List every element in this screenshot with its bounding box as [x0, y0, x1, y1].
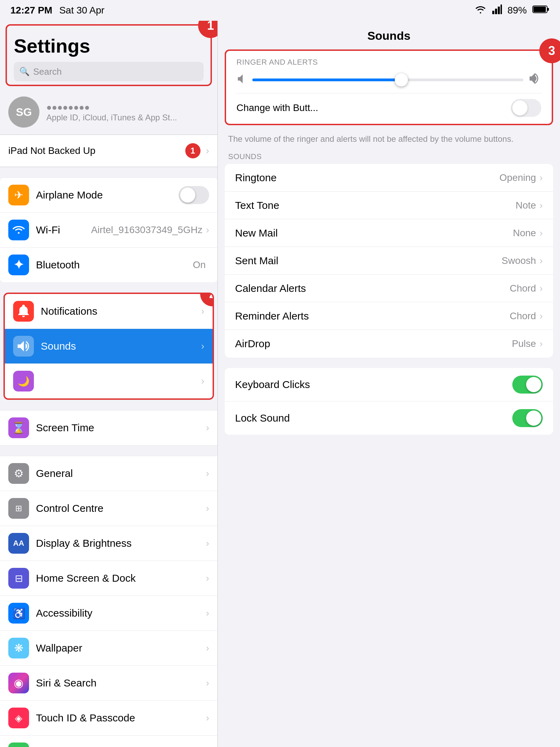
volume-slider-row	[236, 72, 541, 87]
calendar-alerts-label: Calendar Alerts	[235, 283, 510, 294]
battery-settings-icon: ▬	[8, 743, 29, 747]
sent-mail-label: Sent Mail	[235, 255, 502, 267]
backup-row[interactable]: iPad Not Backed Up 1 ›	[0, 135, 217, 167]
profile-section[interactable]: SG ●●●●●●●● Apple ID, iCloud, iTunes & A…	[0, 90, 217, 135]
touch-id-row[interactable]: ◈ Touch ID & Passcode ›	[0, 701, 217, 736]
sent-mail-row[interactable]: Sent Mail Swoosh ›	[225, 247, 553, 275]
touch-id-label: Touch ID & Passcode	[36, 712, 206, 724]
volume-low-icon	[236, 74, 247, 86]
svg-rect-5	[547, 8, 549, 11]
status-time: 12:27 PM	[10, 5, 52, 16]
search-icon: 🔍	[19, 67, 30, 76]
notifications-icon	[13, 301, 34, 322]
display-brightness-label: Display & Brightness	[36, 537, 206, 549]
touch-id-icon: ◈	[8, 708, 29, 728]
sounds-items-group: Ringtone Opening › Text Tone Note › New …	[225, 164, 553, 358]
profile-sub: Apple ID, iCloud, iTunes & App St...	[46, 113, 177, 122]
wifi-row[interactable]: Wi-Fi Airtel_9163037349_5GHz ›	[0, 213, 217, 248]
bluetooth-row[interactable]: ✦ Bluetooth On	[0, 248, 217, 282]
annotation-box-3: 3 RINGER AND ALERTS	[225, 49, 553, 125]
reminder-alerts-row[interactable]: Reminder Alerts Chord ›	[225, 302, 553, 330]
annotation-box-2: 2 Notifications ›	[3, 293, 214, 400]
new-mail-chevron: ›	[540, 228, 543, 239]
keyboard-clicks-toggle[interactable]	[512, 376, 543, 394]
lock-sound-toggle[interactable]	[512, 409, 543, 427]
ringer-section-label: RINGER AND ALERTS	[236, 58, 541, 67]
control-centre-label: Control Centre	[36, 502, 206, 514]
airplane-toggle[interactable]	[179, 186, 209, 204]
status-icons: 89%	[474, 4, 550, 17]
notifications-sounds-group-wrapper: 2 Notifications ›	[0, 293, 217, 400]
wallpaper-row[interactable]: ❋ Wallpaper ›	[0, 631, 217, 666]
accessibility-row[interactable]: ♿ Accessibility ›	[0, 596, 217, 631]
svg-rect-0	[492, 11, 494, 14]
notifications-row[interactable]: Notifications ›	[5, 294, 213, 329]
backup-badge: 1	[185, 143, 200, 158]
reminder-alerts-chevron: ›	[540, 311, 543, 322]
text-tone-label: Text Tone	[235, 200, 516, 211]
lock-sound-label: Lock Sound	[235, 412, 512, 424]
volume-slider[interactable]	[252, 79, 523, 81]
sent-mail-value: Swoosh	[502, 255, 536, 266]
screen-time-chevron: ›	[206, 422, 209, 433]
do-not-disturb-chevron: ›	[201, 376, 204, 387]
keyboard-clicks-label: Keyboard Clicks	[235, 379, 512, 390]
search-placeholder: Search	[33, 66, 62, 77]
ringtone-row[interactable]: Ringtone Opening ›	[225, 164, 553, 192]
display-brightness-chevron: ›	[206, 538, 209, 549]
sounds-row[interactable]: Sounds ›	[5, 329, 213, 364]
general-row[interactable]: ⚙ General ›	[0, 456, 217, 491]
change-with-buttons-toggle[interactable]	[511, 99, 541, 117]
control-centre-row[interactable]: ⊞ Control Centre ›	[0, 491, 217, 526]
bluetooth-value: On	[193, 259, 206, 270]
wifi-icon	[474, 4, 487, 17]
signal-icon	[492, 4, 502, 17]
airdrop-value: Pulse	[512, 338, 536, 349]
right-panel: Sounds 3 RINGER AND ALERTS	[218, 21, 560, 747]
ringtone-value: Opening	[500, 172, 536, 183]
new-mail-row[interactable]: New Mail None ›	[225, 219, 553, 247]
screen-time-group: ⌛ Screen Time ›	[0, 410, 217, 445]
bluetooth-label: Bluetooth	[36, 259, 193, 271]
accessibility-label: Accessibility	[36, 607, 206, 619]
calendar-alerts-chevron: ›	[540, 283, 543, 294]
general-chevron: ›	[206, 468, 209, 479]
display-brightness-row[interactable]: AA Display & Brightness ›	[0, 526, 217, 561]
reminder-alerts-value: Chord	[510, 311, 536, 322]
do-not-disturb-row[interactable]: 🌙 ›	[5, 364, 213, 398]
general-group: ⚙ General › ⊞ Control Centre › AA Displa…	[0, 456, 217, 747]
home-screen-label: Home Screen & Dock	[36, 572, 206, 584]
keyboard-clicks-row: Keyboard Clicks	[225, 368, 553, 402]
right-panel-header: Sounds	[218, 21, 560, 49]
profile-name: ●●●●●●●●	[46, 102, 177, 113]
settings-title: Settings	[14, 31, 204, 57]
screen-time-row[interactable]: ⌛ Screen Time ›	[0, 411, 217, 445]
siri-icon: ◉	[8, 673, 29, 693]
airplane-mode-row[interactable]: ✈ Airplane Mode	[0, 178, 217, 213]
text-tone-chevron: ›	[540, 200, 543, 211]
sidebar: 1 Settings 🔍 Search SG ●●●●●●●● Apple ID…	[0, 21, 218, 747]
battery-row[interactable]: ▬ Battery ›	[0, 736, 217, 747]
change-with-buttons-label: Change with Butt...	[236, 102, 511, 113]
calendar-alerts-row[interactable]: Calendar Alerts Chord ›	[225, 275, 553, 302]
siri-search-row[interactable]: ◉ Siri & Search ›	[0, 666, 217, 701]
screen-time-icon: ⌛	[8, 417, 29, 438]
siri-search-label: Siri & Search	[36, 677, 206, 689]
right-panel-title: Sounds	[367, 29, 411, 42]
sounds-icon	[13, 336, 34, 357]
text-tone-row[interactable]: Text Tone Note ›	[225, 192, 553, 219]
wifi-settings-icon	[8, 220, 29, 240]
airdrop-row[interactable]: AirDrop Pulse ›	[225, 330, 553, 358]
main-layout: 1 Settings 🔍 Search SG ●●●●●●●● Apple ID…	[0, 21, 560, 747]
change-with-buttons-row[interactable]: Change with Butt...	[236, 93, 541, 117]
general-label: General	[36, 468, 206, 479]
search-bar[interactable]: 🔍 Search	[14, 62, 204, 81]
wifi-label: Wi-Fi	[36, 224, 91, 236]
svg-rect-1	[495, 9, 497, 14]
control-centre-chevron: ›	[206, 503, 209, 514]
screen-time-label: Screen Time	[36, 422, 206, 434]
control-centre-icon: ⊞	[8, 498, 29, 519]
do-not-disturb-icon: 🌙	[13, 371, 34, 391]
ringer-info-text: The volume of the ringer and alerts will…	[218, 129, 560, 152]
home-screen-row[interactable]: ⊟ Home Screen & Dock ›	[0, 561, 217, 596]
